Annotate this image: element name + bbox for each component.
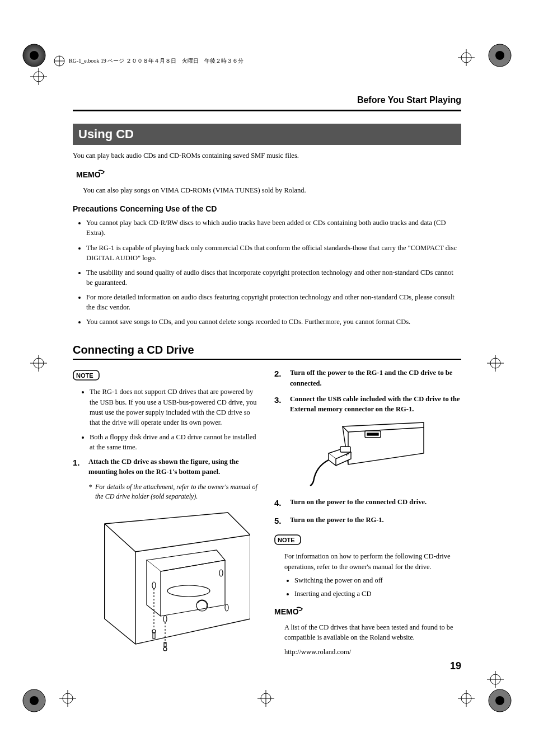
list-item: The RG-1 does not support CD drives that… (90, 387, 260, 428)
note2-body: For information on how to perform the fo… (284, 551, 461, 599)
svg-rect-56 (367, 433, 378, 435)
reg-mark-right-lower (487, 671, 504, 688)
note-icon: NOTE (274, 534, 302, 546)
reg-mark-bottom-left (59, 690, 76, 707)
list-item: The RG-1 is capable of playing back only… (86, 243, 461, 263)
svg-point-23 (495, 696, 504, 705)
list-item: You cannot save songs to CDs, and you ca… (86, 317, 461, 327)
svg-point-2 (30, 51, 39, 60)
list-item: You cannot play back CD-R/RW discs to wh… (86, 218, 461, 238)
asterisk: * (88, 482, 92, 501)
page-number: 19 (450, 660, 461, 672)
reg-mark-bottom-center (257, 690, 274, 707)
crop-mark-top-right (487, 43, 513, 68)
crop-mark-bottom-right (487, 688, 513, 713)
reg-mark-left-upper (30, 68, 47, 85)
svg-point-50 (152, 630, 156, 633)
crop-mark-top-left (21, 43, 47, 68)
divider-thin (73, 359, 461, 360)
section-title-using-cd: Using CD (73, 124, 461, 145)
step1-footnote: * For details of the attachment, refer t… (88, 482, 260, 501)
list-item: For more detailed information on audio d… (86, 292, 461, 312)
subsection-title-connecting: Connecting a CD Drive (73, 344, 461, 356)
svg-text:MEMO: MEMO (274, 607, 299, 616)
svg-rect-57 (340, 447, 350, 452)
step-number: 4. (274, 497, 284, 509)
step-5: 5. Turn on the power to the RG-1. (274, 515, 461, 527)
reg-mark-left-mid (30, 355, 47, 372)
precautions-heading: Precautions Concerning Use of the CD (73, 204, 461, 213)
right-column: 2. Turn off the power to the RG-1 and th… (274, 368, 461, 663)
svg-point-47 (225, 604, 228, 611)
step-number: 2. (274, 368, 284, 388)
memo2-text-b: http://www.roland.com/ (284, 647, 461, 657)
svg-point-43 (167, 585, 210, 597)
step-text: Turn on the power to the connected CD dr… (290, 497, 461, 509)
svg-point-52 (163, 647, 167, 651)
list-item: Inserting and ejecting a CD (294, 589, 461, 599)
svg-point-45 (163, 616, 167, 622)
left-column: NOTE The RG-1 does not support CD drives… (73, 368, 260, 663)
step-text: Turn on the power to the RG-1. (290, 515, 461, 527)
step-2: 2. Turn off the power to the RG-1 and th… (274, 368, 461, 388)
svg-text:NOTE: NOTE (278, 537, 295, 543)
note1-list: The RG-1 does not support CD drives that… (90, 387, 260, 452)
memo-icon: MEMO (76, 168, 105, 180)
step-number: 1. (73, 457, 83, 477)
figure-mounting (73, 507, 260, 655)
reg-mark-top-right (458, 49, 475, 66)
book-icon (53, 55, 65, 67)
memo1-text: You can also play songs on VIMA CD-ROMs … (83, 185, 461, 195)
step-number: 3. (274, 394, 284, 414)
list-item: Both a floppy disk drive and a CD drive … (90, 432, 260, 452)
divider-thick (73, 110, 461, 111)
page-header-metadata: RG-1_e.book 19 ページ ２００８年４月８日 火曜日 午後２時３６分 (53, 55, 243, 67)
step-number: 5. (274, 515, 284, 527)
precautions-list: You cannot play back CD-R/RW discs to wh… (86, 218, 461, 327)
svg-text:NOTE: NOTE (76, 372, 93, 379)
memo2-text-a: A list of the CD drives that have been t… (284, 622, 461, 642)
svg-point-5 (495, 51, 504, 60)
step-1: 1. Attach the CD drive as shown the figu… (73, 457, 260, 477)
step-text: Turn off the power to the RG-1 and the C… (290, 368, 461, 388)
step-4: 4. Turn on the power to the connected CD… (274, 497, 461, 509)
list-item: The usability and sound quality of audio… (86, 267, 461, 288)
reg-mark-right-mid (487, 355, 504, 372)
header-filename: RG-1_e.book 19 ページ ２００８年４月８日 火曜日 午後２時３６分 (69, 57, 243, 65)
running-head: Before You Start Playing (73, 95, 461, 105)
step-text: Attach the CD drive as shown the figure,… (88, 457, 260, 477)
memo-icon: MEMO (274, 605, 303, 617)
step-text: Connect the USB cable included with the … (290, 394, 461, 414)
svg-point-20 (30, 696, 39, 705)
note-icon: NOTE (73, 370, 101, 381)
reg-mark-bottom-right (458, 690, 475, 707)
svg-rect-51 (153, 633, 155, 638)
step-3: 3. Connect the USB cable included with t… (274, 394, 461, 414)
intro-text: You can play back audio CDs and CD-ROMs … (73, 151, 461, 161)
crop-mark-bottom-left (21, 688, 47, 713)
figure-usb-connector (274, 420, 461, 489)
list-item: Switching the power on and off (294, 575, 461, 585)
svg-text:MEMO: MEMO (76, 170, 101, 179)
note2-lead: For information on how to perform the fo… (284, 552, 450, 570)
